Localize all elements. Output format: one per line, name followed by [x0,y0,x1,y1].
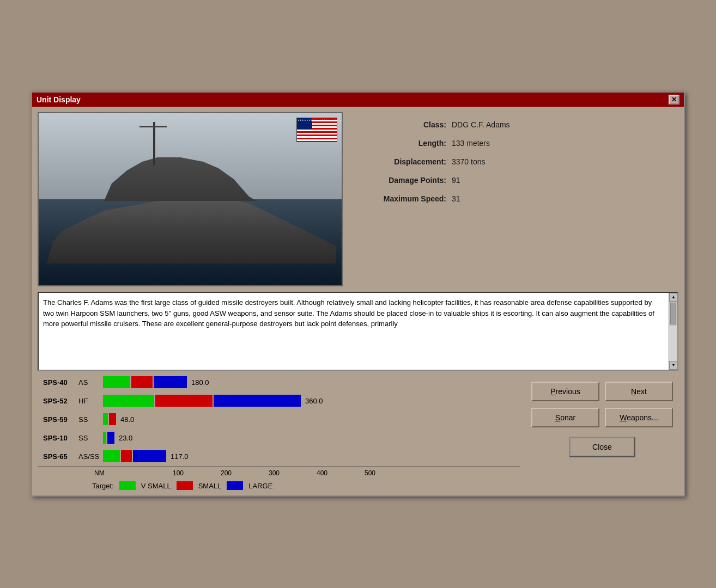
bar-container-0: 180.0 [103,376,209,388]
radar-row-sps-40: SPS-40AS180.0 [43,376,520,388]
tick-400: 400 [298,469,346,477]
bar-red-4 [121,450,132,462]
tick-300: 300 [250,469,298,477]
speed-row: Maximum Speed: 31 [359,194,673,203]
bar-green-0 [103,376,130,388]
mast-arm [139,126,167,127]
bar-blue-3 [107,432,114,444]
close-button[interactable]: Close [569,437,635,457]
scroll-up-arrow[interactable]: ▲ [669,293,678,302]
axis-ticks: 100 200 300 400 500 [154,467,394,477]
damage-label: Damage Points: [359,176,446,185]
sonar-button[interactable]: Sonar [531,408,599,427]
weapons-button[interactable]: Weapons... [605,408,673,427]
bar-green-2 [103,413,108,425]
radar-name-4: SPS-65 [43,452,73,461]
description-box: The Charles F. Adams was the first large… [38,292,678,371]
tick-500: 500 [346,469,394,477]
radar-row-sps-59: SPS-59SS48.0 [43,413,520,425]
description-text: The Charles F. Adams was the first large… [43,297,673,329]
class-row: Class: DDG C.F. Adams [359,120,673,129]
bar-green-1 [103,395,154,407]
displacement-value: 3370 tons [452,157,486,166]
flag: ★★★★★★★★★★★★★★★★★★★★★★★★★★★★★★ [296,118,337,142]
legend-prefix: Target: [92,482,114,490]
radar-name-2: SPS-59 [43,415,73,424]
flag-canton: ★★★★★★★★★★★★★★★★★★★★★★★★★★★★★★ [297,118,312,129]
class-label: Class: [359,120,446,129]
speed-value: 31 [452,194,460,203]
weapons-label: eapons... [627,413,658,422]
bar-container-2: 48.0 [103,413,134,425]
ship-image: ★★★★★★★★★★★★★★★★★★★★★★★★★★★★★★ [38,112,343,286]
scroll-thumb[interactable] [670,303,676,324]
radar-type-3: SS [78,434,98,442]
radar-name-1: SPS-52 [43,397,73,405]
radar-type-0: AS [78,378,98,387]
axis-container: NM 100 200 300 400 500 [94,467,394,477]
bar-red-1 [155,395,213,407]
mast [153,122,155,166]
bar-value-2: 48.0 [120,415,134,424]
scrollbar[interactable]: ▲ ▼ [669,293,677,370]
radar-name-3: SPS-10 [43,434,73,442]
length-value: 133 meters [452,139,490,148]
legend-green-color [119,481,136,490]
window-close-button[interactable]: ✕ [669,95,679,105]
tick-200: 200 [202,469,250,477]
length-label: Length: [359,139,446,148]
damage-value: 91 [452,176,460,185]
buttons-panel: Previous Next Sonar Weapons... [526,376,678,490]
bar-blue-1 [214,395,301,407]
radar-chart: SPS-40AS180.0SPS-52HF360.0SPS-59SS48.0SP… [38,376,520,490]
damage-row: Damage Points: 91 [359,176,673,185]
class-value: DDG C.F. Adams [452,120,510,129]
tick-100: 100 [154,469,202,477]
bar-container-1: 360.0 [103,395,323,407]
bar-red-2 [109,413,116,425]
radar-name-0: SPS-40 [43,378,73,387]
previous-button[interactable]: Previous [531,382,599,401]
bar-red-0 [131,376,153,388]
next-button[interactable]: Next [605,382,673,401]
bar-green-3 [103,432,106,444]
bar-value-3: 23.0 [119,434,132,442]
legend-vsmall-label: V SMALL [141,482,171,490]
title-bar: Unit Display ✕ [32,93,684,107]
radar-row-sps-10: SPS-10SS23.0 [43,432,520,444]
bar-blue-0 [154,376,187,388]
bar-container-4: 117.0 [103,450,189,462]
info-panel: Class: DDG C.F. Adams Length: 133 meters… [354,112,678,286]
radar-rows: SPS-40AS180.0SPS-52HF360.0SPS-59SS48.0SP… [38,376,520,462]
radar-type-2: SS [78,415,98,424]
close-button-row: Close [531,437,673,457]
radar-type-1: HF [78,397,98,405]
displacement-label: Displacement: [359,157,446,166]
legend-small-label: SMALL [198,482,222,490]
radar-row-sps-52: SPS-52HF360.0 [43,395,520,407]
flag-stars: ★★★★★★★★★★★★★★★★★★★★★★★★★★★★★★ [297,118,312,129]
legend-large-label: LARGE [248,482,272,490]
nav-buttons-row: Previous Next [531,382,673,401]
ship-image-container: ★★★★★★★★★★★★★★★★★★★★★★★★★★★★★★ [38,112,343,286]
legend-blue-color [227,481,243,490]
speed-label: Maximum Speed: [359,194,446,203]
sonar-weapons-row: Sonar Weapons... [531,408,673,427]
displacement-row: Displacement: 3370 tons [359,157,673,166]
next-label: ext [636,387,647,396]
bar-container-3: 23.0 [103,432,132,444]
bar-blue-4 [133,450,166,462]
previous-label: revious [556,387,580,396]
unit-display-window: Unit Display ✕ ★★★★★★★★★★★★★★★★★★★★★★★★★… [31,91,685,497]
bar-value-1: 360.0 [305,397,323,405]
legend-red-color [177,481,193,490]
scroll-track[interactable] [669,326,677,361]
bar-value-4: 117.0 [171,452,189,461]
scroll-down-arrow[interactable]: ▼ [669,361,678,370]
close-label: Close [592,443,612,451]
sonar-label: onar [560,413,575,422]
axis-nm-label: NM [94,467,154,477]
radar-type-4: AS/SS [78,452,98,461]
length-row: Length: 133 meters [359,139,673,148]
legend: Target: V SMALL SMALL LARGE [38,481,520,490]
